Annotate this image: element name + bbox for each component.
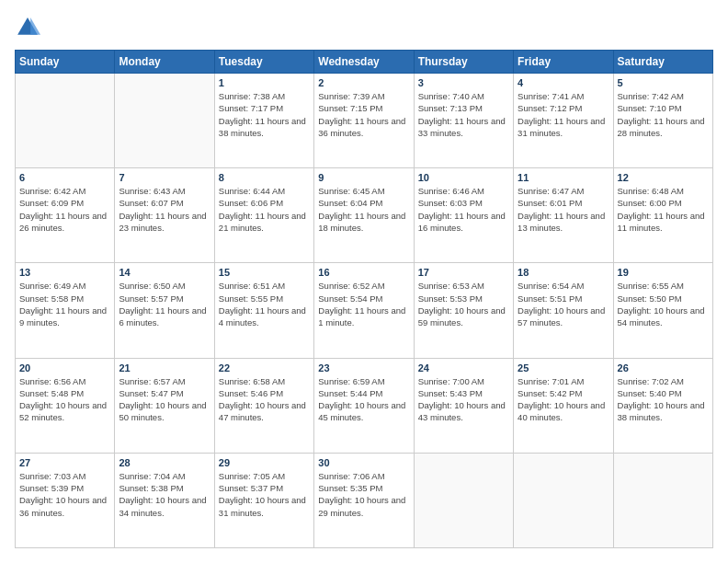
- day-number: 5: [618, 77, 709, 88]
- day-info: Sunrise: 7:41 AMSunset: 7:12 PMDaylight:…: [518, 90, 609, 139]
- day-info: Sunrise: 6:51 AMSunset: 5:55 PMDaylight:…: [219, 280, 310, 328]
- day-cell: 30Sunrise: 7:06 AMSunset: 5:35 PMDayligh…: [314, 453, 414, 547]
- day-info: Sunrise: 6:47 AMSunset: 6:01 PMDaylight:…: [518, 185, 609, 234]
- weekday-sunday: Sunday: [16, 51, 115, 74]
- day-cell: [16, 74, 115, 168]
- day-info: Sunrise: 7:38 AMSunset: 7:17 PMDaylight:…: [219, 90, 310, 139]
- day-number: 19: [618, 267, 709, 278]
- day-cell: [514, 453, 613, 547]
- day-number: 10: [418, 172, 509, 183]
- day-cell: 26Sunrise: 7:02 AMSunset: 5:40 PMDayligh…: [613, 358, 712, 453]
- weekday-thursday: Thursday: [414, 51, 513, 74]
- day-cell: 29Sunrise: 7:05 AMSunset: 5:37 PMDayligh…: [214, 453, 313, 547]
- week-row-4: 20Sunrise: 6:56 AMSunset: 5:48 PMDayligh…: [16, 358, 713, 453]
- day-cell: 25Sunrise: 7:01 AMSunset: 5:42 PMDayligh…: [514, 358, 613, 453]
- logo: [15, 15, 44, 40]
- day-number: 13: [19, 267, 110, 278]
- day-number: 11: [518, 172, 609, 183]
- day-info: Sunrise: 7:02 AMSunset: 5:40 PMDaylight:…: [618, 375, 709, 424]
- day-cell: 21Sunrise: 6:57 AMSunset: 5:47 PMDayligh…: [115, 358, 214, 453]
- day-cell: 17Sunrise: 6:53 AMSunset: 5:53 PMDayligh…: [414, 263, 513, 358]
- weekday-monday: Monday: [115, 51, 214, 74]
- day-number: 26: [618, 362, 709, 373]
- day-info: Sunrise: 6:46 AMSunset: 6:03 PMDaylight:…: [418, 185, 509, 234]
- day-number: 23: [318, 362, 409, 373]
- day-number: 3: [418, 77, 509, 88]
- day-cell: 15Sunrise: 6:51 AMSunset: 5:55 PMDayligh…: [214, 263, 313, 358]
- week-row-3: 13Sunrise: 6:49 AMSunset: 5:58 PMDayligh…: [16, 263, 713, 358]
- day-number: 2: [318, 77, 409, 88]
- day-info: Sunrise: 7:05 AMSunset: 5:37 PMDaylight:…: [219, 470, 310, 519]
- day-cell: 11Sunrise: 6:47 AMSunset: 6:01 PMDayligh…: [514, 168, 613, 263]
- day-info: Sunrise: 6:52 AMSunset: 5:54 PMDaylight:…: [318, 280, 409, 328]
- day-info: Sunrise: 6:57 AMSunset: 5:47 PMDaylight:…: [119, 375, 210, 424]
- day-cell: 23Sunrise: 6:59 AMSunset: 5:44 PMDayligh…: [314, 358, 414, 453]
- day-cell: 6Sunrise: 6:42 AMSunset: 6:09 PMDaylight…: [16, 168, 115, 263]
- page: SundayMondayTuesdayWednesdayThursdayFrid…: [0, 0, 728, 563]
- day-info: Sunrise: 6:50 AMSunset: 5:57 PMDaylight:…: [119, 280, 210, 328]
- day-number: 7: [119, 172, 210, 183]
- day-info: Sunrise: 6:49 AMSunset: 5:58 PMDaylight:…: [19, 280, 110, 328]
- day-number: 30: [318, 457, 409, 468]
- day-info: Sunrise: 6:48 AMSunset: 6:00 PMDaylight:…: [618, 185, 709, 234]
- day-info: Sunrise: 6:43 AMSunset: 6:07 PMDaylight:…: [119, 185, 210, 234]
- day-info: Sunrise: 6:42 AMSunset: 6:09 PMDaylight:…: [19, 185, 110, 234]
- day-cell: 1Sunrise: 7:38 AMSunset: 7:17 PMDaylight…: [214, 74, 313, 168]
- weekday-wednesday: Wednesday: [314, 51, 414, 74]
- day-info: Sunrise: 6:53 AMSunset: 5:53 PMDaylight:…: [418, 280, 509, 328]
- logo-icon: [15, 15, 40, 40]
- day-cell: 16Sunrise: 6:52 AMSunset: 5:54 PMDayligh…: [314, 263, 414, 358]
- day-number: 16: [318, 267, 409, 278]
- day-info: Sunrise: 7:03 AMSunset: 5:39 PMDaylight:…: [19, 470, 110, 519]
- day-number: 9: [318, 172, 409, 183]
- day-cell: 4Sunrise: 7:41 AMSunset: 7:12 PMDaylight…: [514, 74, 613, 168]
- day-cell: [115, 74, 214, 168]
- day-number: 4: [518, 77, 609, 88]
- day-info: Sunrise: 6:56 AMSunset: 5:48 PMDaylight:…: [19, 375, 110, 424]
- calendar-table: SundayMondayTuesdayWednesdayThursdayFrid…: [15, 50, 713, 548]
- day-number: 8: [219, 172, 310, 183]
- day-cell: 9Sunrise: 6:45 AMSunset: 6:04 PMDaylight…: [314, 168, 414, 263]
- day-cell: 8Sunrise: 6:44 AMSunset: 6:06 PMDaylight…: [214, 168, 313, 263]
- day-info: Sunrise: 7:00 AMSunset: 5:43 PMDaylight:…: [418, 375, 509, 424]
- day-info: Sunrise: 7:42 AMSunset: 7:10 PMDaylight:…: [618, 90, 709, 139]
- day-info: Sunrise: 6:54 AMSunset: 5:51 PMDaylight:…: [518, 280, 609, 328]
- day-cell: 10Sunrise: 6:46 AMSunset: 6:03 PMDayligh…: [414, 168, 513, 263]
- day-number: 29: [219, 457, 310, 468]
- day-info: Sunrise: 7:06 AMSunset: 5:35 PMDaylight:…: [318, 470, 409, 519]
- weekday-tuesday: Tuesday: [214, 51, 313, 74]
- day-cell: 28Sunrise: 7:04 AMSunset: 5:38 PMDayligh…: [115, 453, 214, 547]
- day-info: Sunrise: 6:44 AMSunset: 6:06 PMDaylight:…: [219, 185, 310, 234]
- day-info: Sunrise: 6:45 AMSunset: 6:04 PMDaylight:…: [318, 185, 409, 234]
- day-cell: 12Sunrise: 6:48 AMSunset: 6:00 PMDayligh…: [613, 168, 712, 263]
- day-cell: 3Sunrise: 7:40 AMSunset: 7:13 PMDaylight…: [414, 74, 513, 168]
- day-number: 15: [219, 267, 310, 278]
- day-info: Sunrise: 6:58 AMSunset: 5:46 PMDaylight:…: [219, 375, 310, 424]
- calendar-header: SundayMondayTuesdayWednesdayThursdayFrid…: [16, 51, 713, 74]
- week-row-2: 6Sunrise: 6:42 AMSunset: 6:09 PMDaylight…: [16, 168, 713, 263]
- day-info: Sunrise: 7:01 AMSunset: 5:42 PMDaylight:…: [518, 375, 609, 424]
- day-number: 22: [219, 362, 310, 373]
- day-number: 25: [518, 362, 609, 373]
- day-cell: 13Sunrise: 6:49 AMSunset: 5:58 PMDayligh…: [16, 263, 115, 358]
- day-cell: 27Sunrise: 7:03 AMSunset: 5:39 PMDayligh…: [16, 453, 115, 547]
- day-cell: 14Sunrise: 6:50 AMSunset: 5:57 PMDayligh…: [115, 263, 214, 358]
- weekday-header-row: SundayMondayTuesdayWednesdayThursdayFrid…: [16, 51, 713, 74]
- svg-marker-1: [30, 17, 40, 35]
- day-number: 20: [19, 362, 110, 373]
- day-cell: 18Sunrise: 6:54 AMSunset: 5:51 PMDayligh…: [514, 263, 613, 358]
- day-number: 1: [219, 77, 310, 88]
- day-cell: 20Sunrise: 6:56 AMSunset: 5:48 PMDayligh…: [16, 358, 115, 453]
- day-number: 21: [119, 362, 210, 373]
- day-number: 24: [418, 362, 509, 373]
- day-cell: 19Sunrise: 6:55 AMSunset: 5:50 PMDayligh…: [613, 263, 712, 358]
- day-info: Sunrise: 7:39 AMSunset: 7:15 PMDaylight:…: [318, 90, 409, 139]
- calendar-body: 1Sunrise: 7:38 AMSunset: 7:17 PMDaylight…: [16, 74, 713, 548]
- day-cell: 24Sunrise: 7:00 AMSunset: 5:43 PMDayligh…: [414, 358, 513, 453]
- day-cell: [613, 453, 712, 547]
- day-cell: 7Sunrise: 6:43 AMSunset: 6:07 PMDaylight…: [115, 168, 214, 263]
- weekday-friday: Friday: [514, 51, 613, 74]
- day-number: 17: [418, 267, 509, 278]
- day-number: 14: [119, 267, 210, 278]
- day-number: 6: [19, 172, 110, 183]
